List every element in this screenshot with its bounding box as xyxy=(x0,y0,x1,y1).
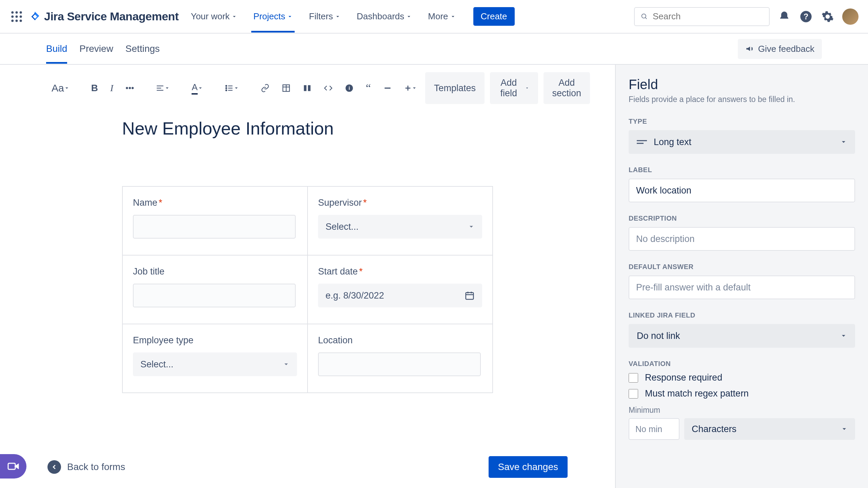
supervisor-select[interactable]: Select... xyxy=(318,215,482,239)
video-help-bubble[interactable] xyxy=(0,454,26,479)
search-input[interactable] xyxy=(653,11,763,22)
sub-navigation: Build Preview Settings Give feedback xyxy=(0,34,868,65)
chevron-down-icon xyxy=(525,85,529,92)
svg-point-8 xyxy=(20,19,22,22)
job-title-input[interactable] xyxy=(133,284,296,307)
product-name: Jira Service Management xyxy=(44,10,179,23)
text-style-button[interactable]: Aa xyxy=(47,79,74,97)
insert-button[interactable] xyxy=(400,81,421,95)
nav-your-work[interactable]: Your work xyxy=(189,0,239,33)
minimum-input[interactable] xyxy=(629,418,679,440)
settings-icon[interactable] xyxy=(821,9,835,24)
back-to-forms-link[interactable]: Back to forms xyxy=(47,460,125,474)
section-label-validation: VALIDATION xyxy=(629,360,855,368)
section-label-default: DEFAULT ANSWER xyxy=(629,263,855,271)
long-text-icon xyxy=(637,140,647,144)
svg-rect-26 xyxy=(308,85,311,91)
info-icon: i xyxy=(345,84,354,93)
location-input[interactable] xyxy=(318,352,481,376)
field-label-text: Location xyxy=(318,335,353,346)
link-button[interactable] xyxy=(257,80,274,96)
bold-button[interactable]: B xyxy=(87,79,102,97)
description-input[interactable] xyxy=(629,227,855,251)
minimum-label: Minimum xyxy=(629,406,855,415)
nav-right: ? xyxy=(634,7,859,26)
form-title[interactable]: New Employee Information xyxy=(122,118,493,139)
save-changes-button[interactable]: Save changes xyxy=(489,456,568,478)
add-field-button[interactable]: Add field xyxy=(490,72,538,104)
sidebar-title: Field xyxy=(629,77,855,92)
start-date-input[interactable]: e.g. 8/30/2022 xyxy=(318,284,482,307)
response-required-checkbox[interactable]: Response required xyxy=(629,372,855,383)
minimum-unit-select[interactable]: Characters xyxy=(684,418,855,440)
field-start-date[interactable]: Start date* e.g. 8/30/2022 xyxy=(308,256,492,324)
field-label-text: Job title xyxy=(133,266,164,277)
chevron-down-icon xyxy=(406,14,412,19)
sidebar-subtitle: Fields provide a place for answers to be… xyxy=(629,95,855,104)
field-properties-sidebar: Field Fields provide a place for answers… xyxy=(616,65,868,488)
nav-more[interactable]: More xyxy=(426,0,457,33)
field-employee-type[interactable]: Employee type Select... xyxy=(123,324,308,392)
chevron-down-icon xyxy=(287,14,293,19)
help-icon[interactable]: ? xyxy=(799,9,813,24)
chevron-down-icon xyxy=(198,85,203,91)
give-feedback-button[interactable]: Give feedback xyxy=(738,39,822,59)
calendar-icon xyxy=(465,290,475,301)
divider-button[interactable] xyxy=(379,80,396,96)
svg-point-4 xyxy=(16,15,18,18)
align-button[interactable] xyxy=(152,80,174,96)
italic-button[interactable]: I xyxy=(106,79,117,97)
notifications-icon[interactable] xyxy=(777,9,791,24)
svg-text:i: i xyxy=(349,85,350,91)
employee-type-select[interactable]: Select... xyxy=(133,352,297,376)
svg-point-18 xyxy=(226,90,227,91)
chevron-down-icon xyxy=(468,223,475,230)
chevron-down-icon xyxy=(840,332,847,339)
tab-settings[interactable]: Settings xyxy=(125,34,160,64)
field-location[interactable]: Location xyxy=(308,324,492,392)
tab-build[interactable]: Build xyxy=(46,34,67,64)
tab-preview[interactable]: Preview xyxy=(79,34,113,64)
megaphone-icon xyxy=(745,44,754,53)
search-box[interactable] xyxy=(634,7,770,26)
quote-button[interactable]: “ xyxy=(362,78,375,98)
list-button[interactable] xyxy=(221,80,243,96)
minus-icon xyxy=(383,84,392,93)
field-supervisor[interactable]: Supervisor* Select... xyxy=(308,187,492,255)
main-layout: Aa B I ••• A i “ Templates Add field Add xyxy=(0,65,868,488)
table-button[interactable] xyxy=(278,80,295,96)
layout-button[interactable] xyxy=(299,80,316,96)
field-name[interactable]: Name* xyxy=(123,187,308,255)
chevron-down-icon xyxy=(232,14,237,19)
product-logo[interactable]: Jira Service Management xyxy=(29,10,179,23)
svg-point-5 xyxy=(20,15,22,18)
text-color-button[interactable]: A xyxy=(188,79,207,98)
templates-button[interactable]: Templates xyxy=(425,72,485,104)
required-asterisk: * xyxy=(159,198,162,208)
nav-dashboards[interactable]: Dashboards xyxy=(355,0,414,33)
field-label-text: Name xyxy=(133,198,157,208)
chevron-down-icon xyxy=(840,139,847,145)
svg-point-16 xyxy=(226,85,227,86)
field-job-title[interactable]: Job title xyxy=(123,256,308,324)
info-button[interactable]: i xyxy=(341,80,358,96)
type-select[interactable]: Long text xyxy=(629,130,855,154)
label-input[interactable] xyxy=(629,179,855,202)
align-left-icon xyxy=(156,84,164,93)
linked-jira-field-select[interactable]: Do not link xyxy=(629,324,855,348)
svg-point-0 xyxy=(11,11,14,14)
nav-filters[interactable]: Filters xyxy=(307,0,342,33)
more-formatting-button[interactable]: ••• xyxy=(121,80,138,96)
nav-projects[interactable]: Projects xyxy=(251,0,295,33)
default-answer-input[interactable] xyxy=(629,276,855,299)
code-button[interactable] xyxy=(320,80,337,96)
regex-checkbox[interactable]: Must match regex pattern xyxy=(629,388,855,399)
app-switcher-icon[interactable] xyxy=(9,9,24,24)
add-section-button[interactable]: Add section xyxy=(544,72,590,104)
user-avatar[interactable] xyxy=(842,8,859,25)
chevron-down-icon xyxy=(64,85,70,91)
form-grid: Name* Supervisor* Select... Job title xyxy=(122,186,493,393)
create-button[interactable]: Create xyxy=(473,7,515,26)
name-input[interactable] xyxy=(133,215,296,239)
chevron-down-icon xyxy=(283,361,290,368)
